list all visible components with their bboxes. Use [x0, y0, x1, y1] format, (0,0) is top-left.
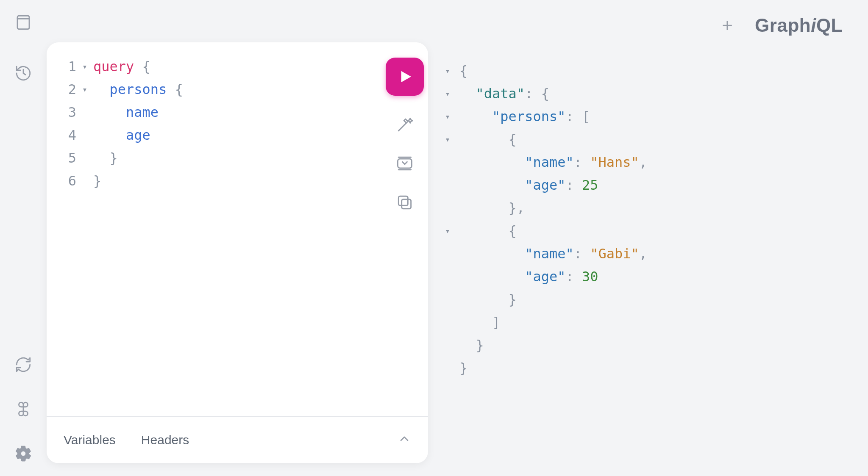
sidebar: [0, 0, 47, 476]
chevron-up-icon: [398, 432, 411, 446]
copy-button[interactable]: [395, 192, 415, 213]
history-button[interactable]: [13, 63, 34, 84]
play-icon: [396, 68, 413, 85]
refresh-icon: [14, 356, 32, 374]
sidebar-top-group: [13, 12, 34, 84]
logo-text-i: i: [811, 15, 816, 36]
line-gutter: 123456: [47, 55, 82, 416]
query-editor[interactable]: query { persons { name age }}: [93, 55, 381, 416]
graphiql-app: + GraphiQL 123456 ▾▾ query { persons { n…: [0, 0, 868, 476]
docs-button[interactable]: [13, 12, 34, 33]
add-tab-button[interactable]: +: [717, 16, 738, 35]
sidebar-bottom-group: [13, 354, 34, 464]
keyboard-shortcuts-icon: [14, 400, 32, 418]
query-editor-body: 123456 ▾▾ query { persons { name age }}: [47, 42, 428, 416]
merge-button[interactable]: [395, 153, 415, 174]
footer-toggle[interactable]: [398, 432, 411, 448]
graphiql-logo: GraphiQL: [755, 15, 843, 36]
prettify-icon: [395, 115, 414, 134]
settings-button[interactable]: [13, 443, 34, 464]
run-button[interactable]: [386, 58, 424, 96]
keyboard-shortcuts-button[interactable]: [13, 399, 34, 420]
headers-tab[interactable]: Headers: [141, 433, 189, 447]
prettify-button[interactable]: [395, 114, 415, 135]
svg-rect-2: [402, 199, 411, 209]
history-icon: [14, 64, 32, 82]
docs-icon: [14, 14, 32, 31]
topbar: + GraphiQL: [47, 8, 855, 42]
panes: 123456 ▾▾ query { persons { name age }}: [47, 42, 855, 463]
main-area: + GraphiQL 123456 ▾▾ query { persons { n…: [47, 0, 868, 476]
svg-rect-3: [398, 196, 408, 205]
editor-footer: Variables Headers: [47, 416, 428, 463]
editor-toolbar: [381, 55, 428, 416]
logo-text-left: Graph: [755, 15, 811, 36]
copy-icon: [395, 193, 414, 212]
settings-icon: [14, 445, 32, 462]
svg-rect-0: [17, 16, 29, 29]
response-viewer[interactable]: ▾{▾ "data": {▾ "persons": [▾ { "name": "…: [441, 42, 855, 463]
fold-column: ▾▾: [82, 55, 93, 416]
logo-text-right: QL: [816, 15, 843, 36]
refresh-button[interactable]: [13, 354, 34, 375]
merge-icon: [395, 154, 414, 173]
query-editor-card: 123456 ▾▾ query { persons { name age }}: [47, 42, 428, 463]
variables-tab[interactable]: Variables: [64, 433, 116, 447]
